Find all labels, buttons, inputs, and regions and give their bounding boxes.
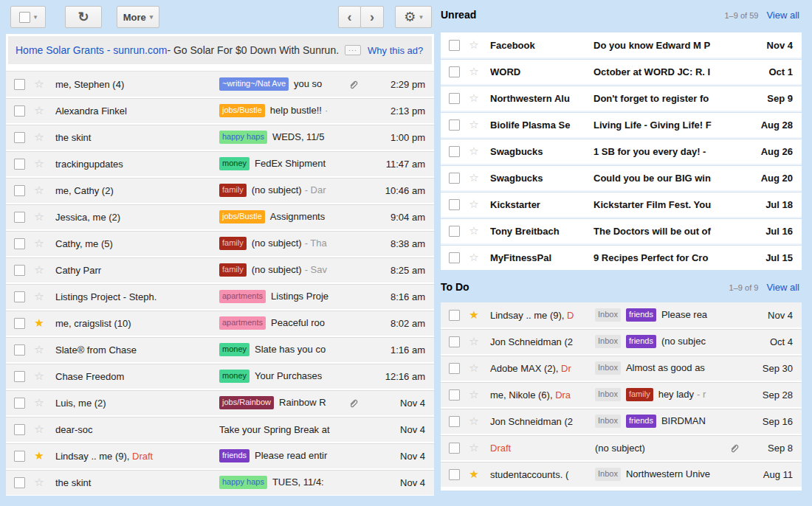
- email-row[interactable]: ☆me, Cathy (2)family(no subject) - Dar10…: [6, 176, 434, 203]
- star-icon[interactable]: ☆: [32, 290, 46, 303]
- star-icon[interactable]: ☆: [32, 131, 46, 144]
- label-chip[interactable]: jobs/Rainbow: [219, 396, 274, 409]
- email-row[interactable]: ☆Northwestern AluDon't forget to registe…: [441, 84, 802, 111]
- row-checkbox[interactable]: [449, 93, 460, 104]
- email-row[interactable]: ☆Luis, me (2)jobs/RainbowRainbow RNov 4: [6, 389, 434, 415]
- star-icon[interactable]: ☆: [32, 184, 46, 197]
- more-button[interactable]: More ▾: [117, 6, 159, 28]
- email-row[interactable]: ☆the skinthappy hapsTUES, 11/4:Nov 4: [6, 468, 434, 495]
- email-row[interactable]: ☆Cathy, me (5)family(no subject) - Tha8:…: [6, 229, 434, 256]
- label-chip[interactable]: jobs/Bustle: [219, 104, 265, 117]
- star-icon[interactable]: ☆: [467, 415, 481, 428]
- label-chip[interactable]: Inbox: [595, 415, 621, 427]
- newer-page-button[interactable]: ‹: [338, 6, 361, 28]
- star-icon[interactable]: ☆: [32, 157, 46, 170]
- email-row[interactable]: ☆KickstarterKickstarter Film Fest. YouJu…: [441, 190, 802, 217]
- row-checkbox[interactable]: [449, 469, 460, 480]
- email-row[interactable]: ☆dear-socTake your Spring Break atNov 4: [6, 415, 434, 442]
- email-row[interactable]: ☆Jon Schneidman (2InboxfriendsBIRDMANSep…: [441, 407, 802, 434]
- label-chip[interactable]: apartments: [219, 290, 266, 302]
- email-row[interactable]: ☆MyFitnessPal9 Recipes Perfect for CroJu…: [441, 243, 802, 270]
- email-row[interactable]: ☆Biolife Plasma SeLiving Life - Giving L…: [441, 111, 802, 137]
- row-checkbox[interactable]: [14, 398, 25, 409]
- star-icon[interactable]: ☆: [32, 396, 46, 409]
- star-icon[interactable]: ☆: [467, 38, 481, 52]
- email-row[interactable]: ☆Chase FreedommoneyYour Purchases12:16 a…: [6, 362, 434, 389]
- email-row[interactable]: ☆trackingupdatesmoneyFedEx Shipment11:47…: [6, 150, 434, 176]
- label-chip[interactable]: money: [219, 370, 250, 382]
- email-row[interactable]: ☆the skinthappy hapsWEDS, 11/51:00 pm: [6, 123, 434, 150]
- why-this-ad-link[interactable]: Why this ad?: [368, 45, 423, 56]
- ad-link[interactable]: Home Solar Grants - sunrun.com: [16, 44, 167, 56]
- star-icon[interactable]: ☆: [467, 91, 481, 105]
- email-row[interactable]: ☆WORDOctober at WORD JC: R. IOct 1: [441, 58, 802, 84]
- star-icon[interactable]: ☆: [32, 476, 46, 489]
- row-checkbox[interactable]: [14, 291, 25, 302]
- star-icon[interactable]: ☆: [467, 361, 481, 375]
- row-checkbox[interactable]: [14, 212, 25, 223]
- label-chip[interactable]: family: [219, 184, 247, 196]
- row-checkbox[interactable]: [449, 40, 460, 51]
- row-checkbox[interactable]: [449, 173, 460, 184]
- email-row[interactable]: ☆Jessica, me (2)jobs/BustleAssignments9:…: [6, 203, 434, 229]
- label-chip[interactable]: friends: [626, 335, 656, 347]
- star-icon[interactable]: ☆: [467, 224, 481, 238]
- star-icon[interactable]: ☆: [32, 370, 46, 383]
- row-checkbox[interactable]: [14, 159, 25, 170]
- label-chip[interactable]: family: [626, 388, 653, 401]
- row-checkbox[interactable]: [14, 344, 25, 356]
- star-icon[interactable]: ☆: [467, 118, 481, 131]
- email-row[interactable]: ☆FacebookDo you know Edward M PNov 4: [441, 32, 802, 58]
- older-page-button[interactable]: ›: [360, 6, 384, 28]
- star-icon[interactable]: ☆: [467, 335, 481, 348]
- select-all-checkbox[interactable]: [19, 12, 30, 23]
- star-icon[interactable]: ☆: [32, 263, 46, 277]
- refresh-button[interactable]: ↻: [65, 6, 102, 28]
- label-chip[interactable]: jobs/Bustle: [219, 210, 265, 223]
- email-row[interactable]: ☆Alexandra Finkeljobs/Bustlehelp bustle!…: [6, 97, 434, 123]
- select-all-button[interactable]: ▾: [10, 6, 46, 28]
- label-chip[interactable]: Inbox: [595, 468, 621, 480]
- label-chip[interactable]: Inbox: [595, 361, 621, 374]
- email-row[interactable]: ★studentaccounts. (InboxNorthwestern Uni…: [441, 460, 802, 487]
- label-chip[interactable]: friends: [219, 449, 250, 462]
- label-chip[interactable]: happy haps: [219, 476, 267, 488]
- email-row[interactable]: ☆Swagbucks1 SB for you every day! -Aug 2…: [441, 137, 802, 164]
- row-checkbox[interactable]: [14, 477, 25, 488]
- star-icon[interactable]: ★: [32, 449, 46, 462]
- row-checkbox[interactable]: [449, 226, 460, 237]
- label-chip[interactable]: Inbox: [595, 308, 621, 321]
- label-chip[interactable]: ~writing~/Nat Ave: [219, 77, 289, 90]
- row-checkbox[interactable]: [14, 424, 25, 435]
- ad-options-button[interactable]: ···: [345, 45, 361, 56]
- row-checkbox[interactable]: [449, 119, 460, 131]
- row-checkbox[interactable]: [449, 416, 460, 427]
- email-row[interactable]: ☆Draft(no subject)Sep 8: [441, 434, 802, 460]
- star-icon[interactable]: ☆: [467, 171, 481, 184]
- row-checkbox[interactable]: [14, 185, 25, 196]
- row-checkbox[interactable]: [14, 451, 25, 462]
- label-chip[interactable]: apartments: [219, 316, 266, 329]
- label-chip[interactable]: Inbox: [595, 335, 621, 347]
- label-chip[interactable]: family: [219, 237, 247, 249]
- email-row[interactable]: ☆me, Nikole (6), DraInboxfamilyhey lady …: [441, 381, 802, 407]
- star-icon[interactable]: ☆: [32, 210, 46, 223]
- email-row[interactable]: ★Lindsay .. me (9), DraftfriendsPlease r…: [6, 442, 434, 468]
- row-checkbox[interactable]: [14, 265, 25, 276]
- email-row[interactable]: ☆Jon Schneidman (2Inboxfriends(no subjec…: [441, 327, 802, 354]
- unread-view-all-link[interactable]: View all: [766, 10, 799, 21]
- row-checkbox[interactable]: [14, 132, 25, 143]
- row-checkbox[interactable]: [449, 443, 460, 454]
- email-row[interactable]: ☆Listings Project - Steph.apartmentsList…: [6, 283, 434, 309]
- row-checkbox[interactable]: [449, 66, 460, 77]
- row-checkbox[interactable]: [449, 146, 460, 157]
- email-row[interactable]: ☆Cathy Parrfamily(no subject) - Sav8:25 …: [6, 256, 434, 283]
- email-row[interactable]: ☆Slate® from ChasemoneySlate has you co1…: [6, 336, 434, 362]
- star-icon[interactable]: ☆: [467, 251, 481, 264]
- row-checkbox[interactable]: [449, 310, 460, 321]
- star-icon[interactable]: ☆: [467, 388, 481, 401]
- row-checkbox[interactable]: [14, 79, 25, 90]
- label-chip[interactable]: friends: [626, 415, 656, 427]
- row-checkbox[interactable]: [449, 389, 460, 401]
- row-checkbox[interactable]: [449, 363, 460, 374]
